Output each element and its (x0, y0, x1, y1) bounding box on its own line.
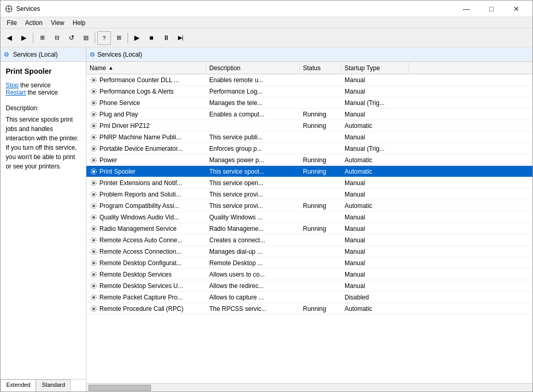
service-name-cell: Phone Service (86, 98, 206, 108)
service-desc-cell: Manages dial-up ... (206, 247, 300, 256)
left-panel-header: ⚙ Services (Local) (1, 47, 86, 62)
service-status-cell (300, 262, 341, 264)
table-row[interactable]: Remote Desktop ServicesAllows users to c… (86, 269, 532, 280)
restart-button[interactable]: ▶| (174, 31, 187, 45)
svg-point-24 (92, 181, 95, 184)
table-row[interactable]: Performance Logs & AlertsPerformance Log… (86, 86, 532, 97)
minimize-button[interactable]: — (454, 1, 478, 17)
table-row[interactable]: Remote Desktop Services U...Allows the r… (86, 280, 532, 292)
table-row[interactable]: Remote Desktop Configurat...Remote Deskt… (86, 257, 532, 269)
table-row[interactable]: Radio Management ServiceRadio Manageme..… (86, 223, 532, 234)
table-row[interactable]: Plug and PlayEnables a comput...RunningM… (86, 109, 532, 120)
service-name-cell: PNRP Machine Name Publi... (86, 132, 206, 142)
left-panel-tabs: Extended Standard (1, 379, 86, 391)
service-name-text: Remote Desktop Configurat... (99, 259, 182, 267)
table-row[interactable]: PNRP Machine Name Publi...This service p… (86, 132, 532, 143)
svg-point-42 (92, 284, 95, 287)
help-button[interactable]: ? (97, 31, 111, 45)
svg-point-26 (92, 193, 95, 195)
table-row[interactable]: Phone ServiceManages the tele...Manual (… (86, 97, 532, 109)
table-row[interactable]: PowerManages power p...RunningAutomatic (86, 154, 532, 166)
svg-point-30 (92, 216, 95, 218)
table-row[interactable]: Portable Device Enumerator...Enforces gr… (86, 143, 532, 154)
service-startup-cell: Automatic (341, 167, 409, 176)
service-name-text: Problem Reports and Soluti... (99, 191, 181, 198)
services-table-container: Name ▲ Description Status Startup Type (86, 62, 532, 383)
service-name-cell: Remote Procedure Call (RPC) (86, 304, 206, 314)
stop-button[interactable]: ■ (145, 31, 158, 45)
col-header-name[interactable]: Name ▲ (86, 62, 206, 74)
table-row[interactable]: Quality Windows Audio Vid...Quality Wind… (86, 212, 532, 223)
service-name-text: Performance Logs & Alerts (99, 88, 174, 95)
restart-service-link[interactable]: Restart (6, 89, 26, 96)
close-button[interactable]: ✕ (504, 1, 528, 17)
service-status-cell (300, 102, 341, 104)
service-icon (90, 236, 98, 244)
table-row[interactable]: Remote Packet Capture Pro...Allows to ca… (86, 292, 532, 303)
show-hide-button[interactable]: ⊞ (35, 31, 49, 45)
service-name-cell: Remote Access Auto Conne... (86, 235, 206, 245)
service-icon (90, 270, 98, 279)
table-row[interactable]: Remote Procedure Call (RPC)The RPCSS ser… (86, 303, 532, 315)
play-button[interactable]: ▶ (130, 31, 144, 45)
forward-button[interactable]: ▶ (17, 31, 31, 45)
svg-point-28 (92, 204, 95, 207)
table-row[interactable]: Program Compatibility Assi...This servic… (86, 200, 532, 212)
selected-service-title: Print Spooler (6, 67, 81, 75)
service-desc-cell: The RPCSS servic... (206, 304, 300, 313)
menu-file[interactable]: File (3, 18, 21, 28)
service-name-cell: Power (86, 155, 206, 165)
menu-view[interactable]: View (47, 18, 69, 28)
menu-action[interactable]: Action (21, 18, 46, 28)
table-row[interactable]: Problem Reports and Soluti...This servic… (86, 189, 532, 200)
refresh-button[interactable]: ↺ (65, 31, 78, 45)
service-name-cell: Remote Desktop Configurat... (86, 258, 206, 268)
service-name-text: Remote Desktop Services U... (99, 282, 183, 290)
service-startup-cell: Automatic (341, 201, 409, 211)
table-row[interactable]: Printer Extensions and Notif...This serv… (86, 177, 532, 189)
service-name-text: Quality Windows Audio Vid... (99, 214, 179, 221)
table-row[interactable]: Performance Counter DLL ...Enables remot… (86, 74, 532, 86)
tab-extended[interactable]: Extended (1, 380, 36, 391)
service-icon (90, 305, 98, 313)
service-status-cell (300, 216, 341, 218)
table-row[interactable]: Remote Access Connection...Manages dial-… (86, 246, 532, 257)
services-local-icon: ⚙ (4, 51, 11, 58)
back-button[interactable]: ◀ (3, 31, 16, 45)
svg-point-32 (92, 227, 95, 230)
show-hide-button2[interactable]: ⊟ (50, 31, 64, 45)
svg-point-38 (92, 262, 95, 264)
tab-standard[interactable]: Standard (36, 380, 71, 391)
svg-point-16 (92, 136, 95, 138)
sort-indicator: ▲ (108, 65, 113, 71)
col-header-startup[interactable]: Startup Type (341, 62, 409, 74)
table-row[interactable]: Remote Access Auto Conne...Creates a con… (86, 234, 532, 246)
view-options-button[interactable]: ⊞ (112, 31, 125, 45)
menu-help[interactable]: Help (69, 18, 90, 28)
menu-bar: File Action View Help (1, 17, 532, 29)
service-icon (90, 213, 98, 221)
description-text: This service spools print jobs and handl… (6, 115, 81, 171)
svg-point-22 (92, 170, 95, 173)
service-icon (90, 259, 98, 267)
maximize-button[interactable]: □ (479, 1, 503, 17)
service-status-cell: Running (300, 121, 341, 130)
col-header-description[interactable]: Description (206, 62, 300, 74)
service-startup-cell: Manual (341, 190, 409, 199)
service-desc-cell: Performance Log... (206, 87, 300, 96)
table-row[interactable]: Pml Driver HPZ12RunningAutomatic (86, 120, 532, 132)
table-scroll[interactable]: Performance Counter DLL ...Enables remot… (86, 74, 532, 383)
horizontal-scrollbar[interactable] (86, 383, 532, 391)
service-desc-cell: Radio Manageme... (206, 224, 300, 233)
description-label: Description: (6, 104, 81, 112)
table-row[interactable]: Print SpoolerThis service spool...Runnin… (86, 166, 532, 177)
horizontal-scrollbar-thumb[interactable] (88, 385, 151, 391)
stop-service-link[interactable]: Stop (6, 82, 19, 89)
col-header-status[interactable]: Status (300, 62, 341, 74)
export-button[interactable]: ▤ (79, 31, 93, 45)
svg-point-18 (92, 147, 95, 150)
pause-button[interactable]: ⏸ (159, 31, 173, 45)
service-name-cell: Problem Reports and Soluti... (86, 189, 206, 200)
service-name-text: Portable Device Enumerator... (99, 145, 183, 152)
service-status-cell (300, 182, 341, 184)
